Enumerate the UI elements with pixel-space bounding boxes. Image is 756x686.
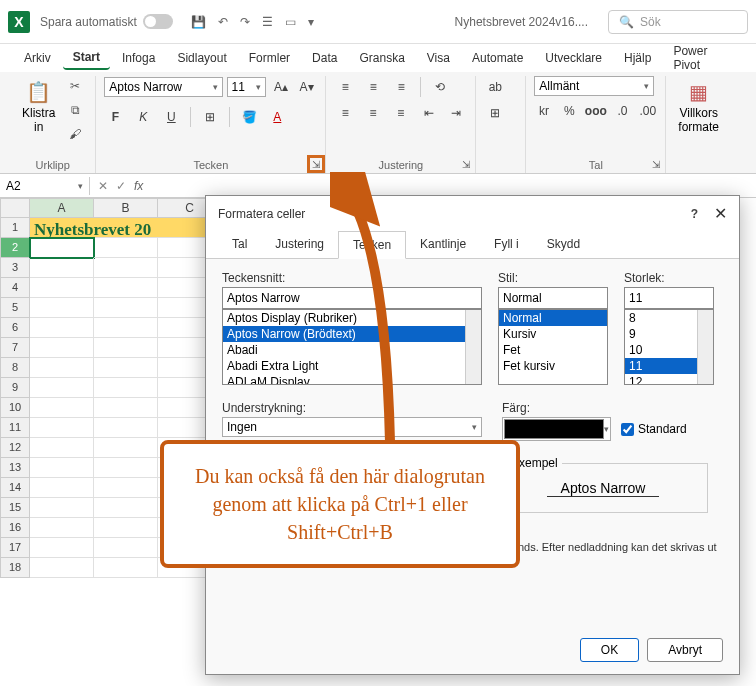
cell[interactable] <box>30 458 94 478</box>
row-header[interactable]: 16 <box>0 518 30 538</box>
undo-icon[interactable]: ↶ <box>218 15 228 29</box>
tab-infoga[interactable]: Infoga <box>112 47 165 69</box>
cell[interactable] <box>94 418 158 438</box>
autosave-toggle[interactable]: Spara automatiskt <box>40 14 173 29</box>
dlg-tab-tal[interactable]: Tal <box>218 231 261 258</box>
cell[interactable] <box>94 278 158 298</box>
cut-button[interactable]: ✂ <box>63 76 87 96</box>
redo-icon[interactable]: ↷ <box>240 15 250 29</box>
dropdown-icon[interactable]: ▾ <box>308 15 314 29</box>
cell[interactable] <box>30 438 94 458</box>
row-header[interactable]: 13 <box>0 458 30 478</box>
cancel-formula-icon[interactable]: ✕ <box>98 179 108 193</box>
style-input[interactable] <box>498 287 608 309</box>
cell[interactable] <box>94 318 158 338</box>
scrollbar[interactable] <box>697 310 713 384</box>
decrease-decimal-button[interactable]: .00 <box>638 100 657 122</box>
fx-icon[interactable]: fx <box>134 179 143 193</box>
help-button[interactable]: ? <box>691 207 698 221</box>
paste-button[interactable]: 📋 Klistra in <box>18 76 59 138</box>
ok-button[interactable]: OK <box>580 638 639 662</box>
number-format-combo[interactable]: Allmänt▾ <box>534 76 654 96</box>
cell[interactable] <box>94 518 158 538</box>
decrease-indent-button[interactable]: ⇤ <box>418 102 440 124</box>
cell[interactable] <box>30 318 94 338</box>
format-painter-button[interactable]: 🖌 <box>63 124 87 144</box>
cell[interactable] <box>94 378 158 398</box>
list-item[interactable]: Kursiv <box>499 326 607 342</box>
tab-formler[interactable]: Formler <box>239 47 300 69</box>
align-middle-button[interactable]: ≡ <box>362 76 384 98</box>
grow-font-button[interactable]: A▴ <box>270 76 292 98</box>
row-header[interactable]: 14 <box>0 478 30 498</box>
list-item[interactable]: Fet kursiv <box>499 358 607 374</box>
align-left-button[interactable]: ≡ <box>334 102 356 124</box>
row-header[interactable]: 11 <box>0 418 30 438</box>
tab-sidlayout[interactable]: Sidlayout <box>167 47 236 69</box>
font-name-combo[interactable]: Aptos Narrow▾ <box>104 77 222 97</box>
tab-automate[interactable]: Automate <box>462 47 533 69</box>
border-button[interactable]: ⊞ <box>199 106 221 128</box>
search-input[interactable]: 🔍 Sök <box>608 10 748 34</box>
row-header[interactable]: 1 <box>0 218 30 238</box>
merge-button[interactable]: ⊞ <box>484 102 506 124</box>
cell[interactable] <box>30 558 94 578</box>
cell[interactable] <box>30 478 94 498</box>
row-header[interactable]: 2 <box>0 238 30 258</box>
row-header[interactable]: 5 <box>0 298 30 318</box>
tab-start[interactable]: Start <box>63 46 110 70</box>
row-header[interactable]: 12 <box>0 438 30 458</box>
standard-checkbox[interactable]: Standard <box>621 422 687 436</box>
cell[interactable] <box>30 538 94 558</box>
wrap-text-button[interactable]: ab <box>484 76 506 98</box>
row-header[interactable]: 6 <box>0 318 30 338</box>
cell[interactable] <box>30 498 94 518</box>
align-center-button[interactable]: ≡ <box>362 102 384 124</box>
number-dialog-launcher[interactable]: ⇲ <box>649 157 663 171</box>
align-top-button[interactable]: ≡ <box>334 76 356 98</box>
row-header[interactable]: 15 <box>0 498 30 518</box>
tab-hjalp[interactable]: Hjälp <box>614 47 661 69</box>
italic-button[interactable]: K <box>132 106 154 128</box>
cell[interactable] <box>30 298 94 318</box>
bold-button[interactable]: F <box>104 106 126 128</box>
increase-indent-button[interactable]: ⇥ <box>446 102 468 124</box>
row-header[interactable]: 17 <box>0 538 30 558</box>
dlg-tab-fylli[interactable]: Fyll i <box>480 231 533 258</box>
underline-button[interactable]: U <box>160 106 182 128</box>
cell[interactable] <box>94 358 158 378</box>
cell[interactable] <box>94 338 158 358</box>
checkbox-input[interactable] <box>621 423 634 436</box>
col-header-a[interactable]: A <box>30 198 94 218</box>
touch-icon[interactable]: ☰ <box>262 15 273 29</box>
tab-data[interactable]: Data <box>302 47 347 69</box>
print-icon[interactable]: ▭ <box>285 15 296 29</box>
size-input[interactable] <box>624 287 714 309</box>
font-size-combo[interactable]: 11▾ <box>227 77 267 97</box>
font-color-button[interactable]: A <box>266 106 288 128</box>
cell[interactable] <box>30 378 94 398</box>
tab-arkiv[interactable]: Arkiv <box>14 47 61 69</box>
align-right-button[interactable]: ≡ <box>390 102 412 124</box>
tab-granska[interactable]: Granska <box>349 47 414 69</box>
row-header[interactable]: 4 <box>0 278 30 298</box>
cell[interactable] <box>30 518 94 538</box>
tab-powerpivot[interactable]: Power Pivot <box>663 40 742 76</box>
alignment-dialog-launcher[interactable]: ⇲ <box>459 157 473 171</box>
enter-formula-icon[interactable]: ✓ <box>116 179 126 193</box>
cell[interactable] <box>94 258 158 278</box>
shrink-font-button[interactable]: A▾ <box>296 76 318 98</box>
name-box[interactable]: A2▾ <box>0 177 90 195</box>
cell[interactable] <box>94 538 158 558</box>
cell[interactable] <box>94 558 158 578</box>
accounting-button[interactable]: kr <box>534 100 553 122</box>
cell[interactable] <box>30 358 94 378</box>
cell[interactable] <box>94 298 158 318</box>
tab-visa[interactable]: Visa <box>417 47 460 69</box>
row-header[interactable]: 9 <box>0 378 30 398</box>
list-item[interactable]: Fet <box>499 342 607 358</box>
conditional-format-button[interactable]: ▦ Villkors formate <box>674 76 723 138</box>
col-header-b[interactable]: B <box>94 198 158 218</box>
scrollbar[interactable] <box>465 310 481 384</box>
row-header[interactable]: 7 <box>0 338 30 358</box>
